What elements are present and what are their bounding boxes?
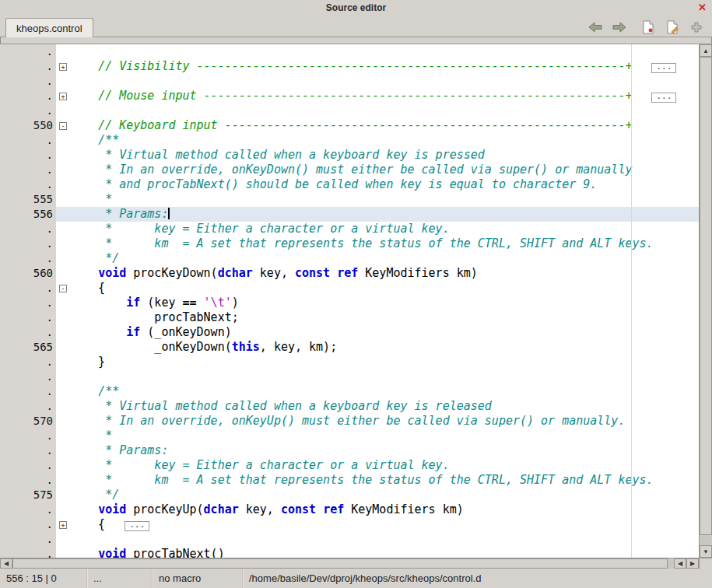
- code-line[interactable]: . * Virtual method called when a keyboar…: [0, 399, 699, 414]
- code-text: void procKeyDown(dchar key, const ref Ke…: [70, 266, 699, 281]
- scroll-left-icon[interactable]: ◀: [0, 558, 12, 569]
- code-line[interactable]: . * key = Either a character or a virtua…: [0, 222, 699, 236]
- fold-gutter-cell: [56, 163, 70, 177]
- tab-kheops-control[interactable]: kheops.control: [5, 18, 93, 37]
- code-text: [70, 532, 699, 547]
- vertical-scroll-trough[interactable]: [700, 57, 712, 545]
- code-line[interactable]: . * Params:: [0, 443, 699, 458]
- fold-ellipsis-box[interactable]: ...: [651, 93, 676, 103]
- scrollbar-corner: [699, 558, 712, 569]
- code-line[interactable]: .: [0, 532, 699, 547]
- code-line[interactable]: .- {: [0, 281, 699, 296]
- scroll-left2-icon[interactable]: ◀: [674, 558, 686, 569]
- code-line-body: }: [56, 355, 699, 369]
- scroll-down-icon[interactable]: ▼: [700, 545, 712, 558]
- code-line[interactable]: . * key = Either a character or a virtua…: [0, 458, 699, 473]
- code-line[interactable]: . * km = A set that represents the statu…: [0, 236, 699, 251]
- code-line[interactable]: . /**: [0, 133, 699, 148]
- code-line[interactable]: .: [0, 74, 699, 89]
- code-line[interactable]: .: [0, 103, 699, 118]
- horizontal-scrollbar[interactable]: ◀ ◀ ▶: [0, 558, 712, 569]
- code-segment: ==: [183, 296, 197, 310]
- code-segment: * key = Either a character or a virtual …: [105, 222, 450, 236]
- code-line[interactable]: .+ // Visibility -----------------------…: [0, 59, 699, 74]
- code-segment: ref: [323, 502, 344, 516]
- nav-forward-icon[interactable]: [610, 19, 629, 36]
- detach-move-icon[interactable]: [687, 19, 706, 36]
- code-text: */: [70, 488, 699, 502]
- scroll-right-icon[interactable]: ▶: [686, 558, 699, 569]
- text-caret: [168, 208, 170, 219]
- fold-expand-icon[interactable]: +: [59, 521, 67, 529]
- code-line[interactable]: 570 * In an override, onKeyUp() must eit…: [0, 414, 699, 429]
- code-line-body: _onKeyDown(this, key, km);: [56, 340, 699, 355]
- code-segment: /**: [98, 133, 119, 147]
- code-line[interactable]: 565 _onKeyDown(this, key, km);: [0, 340, 699, 355]
- fold-collapse-icon[interactable]: -: [59, 122, 67, 130]
- code-line-body: [56, 103, 699, 118]
- code-segment: (key: [140, 296, 182, 310]
- fold-ellipsis-box[interactable]: ...: [651, 63, 676, 73]
- code-line[interactable]: .: [0, 44, 699, 59]
- code-line-body: * and procTabNext() should be called whe…: [56, 177, 699, 192]
- horizontal-scroll-trough[interactable]: [12, 558, 674, 569]
- code-line[interactable]: . * In an override, onKeyDown() must eit…: [0, 163, 699, 177]
- code-segment: [70, 266, 98, 280]
- fold-collapse-icon[interactable]: -: [59, 285, 67, 292]
- code-line[interactable]: .: [0, 369, 699, 384]
- code-text: {...: [70, 517, 699, 532]
- fold-expand-icon[interactable]: +: [59, 93, 67, 100]
- fold-expand-icon[interactable]: +: [59, 63, 67, 71]
- code-line[interactable]: .+ // Mouse input ----------------------…: [0, 89, 699, 103]
- code-segment: [70, 89, 98, 103]
- code-line[interactable]: 556 * Params:: [0, 207, 699, 222]
- nav-back-icon[interactable]: [586, 19, 605, 36]
- code-line[interactable]: .+ {...: [0, 517, 699, 532]
- code-area[interactable]: ..+ // Visibility ----------------------…: [0, 44, 699, 558]
- code-line[interactable]: 575 */: [0, 488, 699, 502]
- line-number: .: [0, 236, 56, 251]
- close-icon[interactable]: ✕: [698, 2, 707, 13]
- fold-gutter-cell: +: [56, 59, 70, 74]
- code-line[interactable]: . * and procTabNext() should be called w…: [0, 177, 699, 192]
- fold-gutter-cell: [56, 222, 70, 236]
- code-segment: [70, 59, 98, 73]
- code-line[interactable]: . void procTabNext(): [0, 547, 699, 558]
- code-line[interactable]: 550- // Keyboard input -----------------…: [0, 118, 699, 133]
- code-line[interactable]: . * km = A set that represents the statu…: [0, 473, 699, 488]
- code-line[interactable]: . if (key == '\t'): [0, 296, 699, 310]
- document-new-view-icon[interactable]: [639, 19, 658, 36]
- status-file-path: /home/basile/Dev/dproj/kheops/src/kheops…: [243, 569, 712, 588]
- line-number: .: [0, 502, 56, 517]
- fold-ellipsis-box[interactable]: ...: [125, 521, 149, 531]
- code-line[interactable]: . }: [0, 355, 699, 369]
- code-line[interactable]: . void procKeyUp(dchar key, const ref Ke…: [0, 502, 699, 517]
- fold-gutter-cell: [56, 236, 70, 251]
- code-line[interactable]: . if (_onKeyDown): [0, 325, 699, 340]
- code-segment: * km = A set that represents the status …: [105, 473, 653, 487]
- code-segment: * Params:: [105, 443, 168, 457]
- code-line[interactable]: 560 void procKeyDown(dchar key, const re…: [0, 266, 699, 281]
- code-segment: [70, 222, 105, 236]
- code-line-body: - {: [56, 281, 699, 296]
- code-segment: {: [70, 281, 105, 295]
- code-line[interactable]: . procTabNext;: [0, 310, 699, 325]
- code-line[interactable]: . * Virtual method called when a keyboar…: [0, 148, 699, 163]
- code-text: _onKeyDown(this, key, km);: [70, 340, 699, 355]
- code-segment: */: [105, 251, 119, 265]
- document-edit-icon[interactable]: [663, 19, 682, 36]
- code-segment: if: [126, 325, 140, 339]
- scroll-up-icon[interactable]: ▲: [700, 44, 712, 57]
- vertical-scroll-thumb[interactable]: [700, 57, 712, 535]
- code-segment: [70, 251, 105, 265]
- fold-gutter-cell: [56, 355, 70, 369]
- code-line[interactable]: . /**: [0, 384, 699, 399]
- code-line[interactable]: . */: [0, 251, 699, 266]
- code-line-body: [56, 369, 699, 384]
- code-line[interactable]: . *: [0, 429, 699, 443]
- vertical-scrollbar[interactable]: ▲ ▼: [699, 44, 712, 558]
- code-text: /**: [70, 133, 699, 148]
- horizontal-scroll-thumb[interactable]: [12, 558, 668, 569]
- code-line[interactable]: 555 *: [0, 192, 699, 207]
- code-segment: [70, 443, 105, 457]
